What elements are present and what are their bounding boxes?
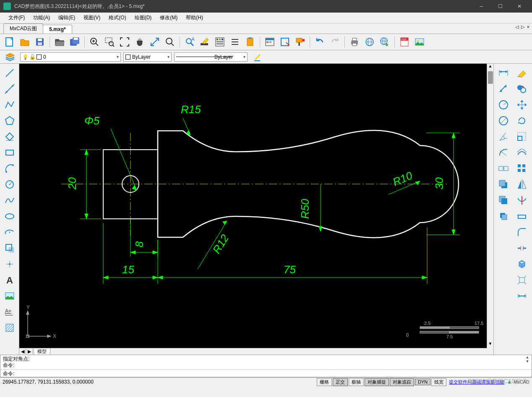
redo-button[interactable] [328,35,342,49]
menu-help[interactable]: 帮助(H) [182,13,207,23]
zoom-in-button[interactable] [87,35,102,49]
move-button[interactable] [514,97,529,112]
circle-button[interactable] [2,177,17,192]
dim-angular-button[interactable] [496,129,511,144]
arc-button[interactable] [2,161,17,176]
otrack-button[interactable]: 对象追踪 [390,378,414,386]
trim-button[interactable] [514,193,529,208]
polygon2-button[interactable] [2,129,17,144]
save-as-button[interactable] [68,35,82,49]
open-folder-button[interactable] [52,35,67,49]
send-back-button[interactable] [496,193,511,208]
line-button[interactable] [2,65,17,80]
tab-close-icon[interactable]: × [526,24,530,30]
scroll-thumb[interactable] [488,71,493,84]
menu-modify[interactable]: 修改(M) [156,13,182,23]
maximize-button[interactable]: ☐ [491,0,510,13]
image-insert-button[interactable] [2,288,17,304]
menu-view[interactable]: 视图(V) [79,13,104,23]
undo-button[interactable] [313,35,327,49]
xline-button[interactable] [2,81,17,96]
hatch-button[interactable] [2,320,17,335]
color-dropdown[interactable]: ByLayer [123,52,172,62]
layer-manager-button[interactable] [3,52,18,62]
ortho-button[interactable]: 正交 [333,378,348,386]
insert-block-button[interactable] [2,241,17,256]
spline-button[interactable] [2,193,17,208]
menu-function[interactable]: 功能(A) [29,13,54,23]
text-button[interactable]: A [2,272,17,288]
zoom-window-button[interactable] [102,35,117,49]
pdf-button[interactable]: PDF [397,35,412,49]
ellipse-arc-button[interactable] [2,225,17,240]
tab-prev-icon[interactable]: ◁ [514,24,519,30]
dim-continue-button[interactable] [496,161,511,176]
polyline-button[interactable] [2,97,17,112]
osnap-button[interactable]: 对象捕捉 [365,378,389,386]
web-down-button[interactable] [378,35,392,49]
scale-button[interactable] [514,129,529,144]
lineweight-button[interactable]: 线宽 [431,378,446,386]
horizontal-scrollbar[interactable]: ◀ ▶ 模型 [19,348,487,355]
zoom-realtime-button[interactable] [163,35,177,49]
tab-next-icon[interactable]: ▷ [520,24,525,30]
image-button[interactable] [412,35,427,49]
new-button[interactable] [3,35,17,49]
search-button[interactable]: A [183,35,197,49]
mtext-button[interactable]: A= [2,304,17,319]
model-tab[interactable]: 模型 [34,348,50,355]
drawing-canvas[interactable]: 20 30 15 75 [19,64,487,348]
copy-button[interactable] [514,81,529,96]
scroll-down-icon[interactable]: ▼ [487,341,493,348]
point-button[interactable] [2,257,17,272]
explode-button[interactable] [514,272,529,288]
measure-button[interactable] [148,35,162,49]
save-button[interactable] [33,35,47,49]
cmd-scroll-down[interactable]: ▼ [524,359,531,363]
dim-linear-button[interactable] [496,65,511,80]
menu-file[interactable]: 文件(F) [4,13,29,23]
extend-button[interactable] [514,209,529,224]
polar-button[interactable]: 极轴 [349,378,364,386]
ellipse-button[interactable] [2,209,17,224]
menu-format[interactable]: 格式(O) [104,13,130,23]
menu-draw[interactable]: 绘图(D) [130,13,156,23]
rotate-button[interactable] [514,113,529,128]
tab-5mxg[interactable]: 5.mxg* [43,25,72,34]
mirror-button[interactable] [514,177,529,192]
dim-arc-button[interactable] [496,145,511,160]
web-button[interactable] [362,35,377,49]
paint-button[interactable] [293,35,307,49]
dyn-button[interactable]: DYN [415,379,430,385]
3d-button[interactable] [514,257,529,272]
polygon-button[interactable] [2,113,17,128]
bring-above-button[interactable] [496,209,511,224]
erase-button[interactable] [514,65,529,80]
break-button[interactable] [514,241,529,256]
layer-dropdown[interactable]: 💡🔓 0 [20,52,121,62]
array-button[interactable] [514,161,529,176]
edit-text-button[interactable] [198,35,212,49]
properties-button[interactable] [213,35,227,49]
scroll-right-icon[interactable]: ▶ [26,349,33,354]
bring-front-button[interactable] [496,177,511,192]
tab-cloud[interactable]: MxCAD云图 [3,23,43,34]
vertical-scrollbar[interactable]: ▲ ▼ [487,64,493,348]
feedback-link[interactable]: 提交软件问题或谓加新功能 [449,379,504,385]
menu-edit[interactable]: 编辑(E) [54,13,79,23]
fillet-button[interactable] [514,225,529,240]
pan-button[interactable] [133,35,147,49]
open-button[interactable] [18,35,32,49]
cmd-scroll-up[interactable]: ▲ [524,355,531,359]
clipboard-button[interactable] [243,35,257,49]
dim-aligned-button[interactable] [496,81,511,96]
command-input[interactable] [16,371,529,377]
rectangle-button[interactable] [2,145,17,160]
close-button[interactable]: ✕ [510,0,529,13]
zoom-extents-button[interactable] [117,35,132,49]
stretch-button[interactable] [514,288,529,304]
dim-radius-button[interactable] [496,97,511,112]
snap-grid-button[interactable]: 栅格 [317,378,332,386]
layer-panel-button[interactable] [263,35,277,49]
scroll-up-icon[interactable]: ▲ [487,64,493,70]
